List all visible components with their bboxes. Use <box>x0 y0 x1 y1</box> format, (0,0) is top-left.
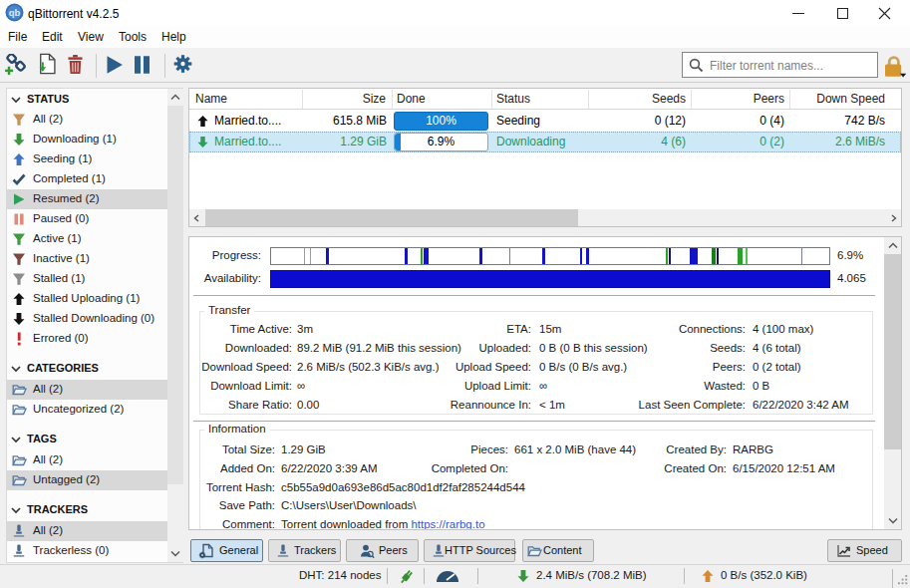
svg-text:qb: qb <box>9 7 21 18</box>
